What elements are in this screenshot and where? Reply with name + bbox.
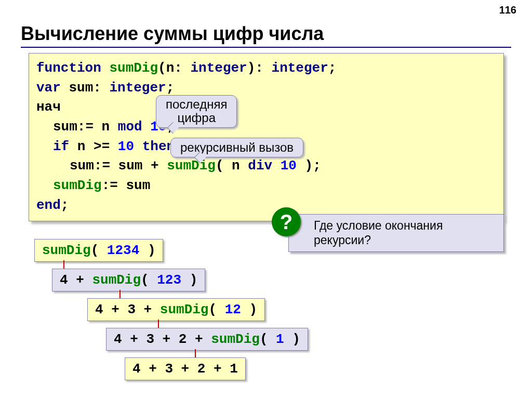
- txt: ;: [61, 197, 69, 213]
- txt: нач: [36, 99, 61, 115]
- txt: sum:= n: [53, 119, 110, 135]
- question-mark: ?: [280, 210, 292, 234]
- txt: sum:: [69, 80, 101, 96]
- txt: ): [249, 302, 258, 317]
- txt: ;: [328, 60, 337, 76]
- question-mark-icon: ?: [272, 207, 301, 236]
- num: 123: [157, 272, 181, 288]
- txt: );: [305, 158, 321, 174]
- step-4: 4 + 3 + 2 + sumDig( 1 ): [106, 328, 308, 351]
- txt: sum:= sum +: [70, 158, 159, 174]
- code-line-7: sumDig:= sum: [36, 176, 496, 196]
- txt: (: [260, 331, 268, 347]
- kw-integer: integer: [272, 60, 328, 76]
- step-1: sumDig( 1234 ): [34, 239, 163, 262]
- txt: ): [148, 243, 156, 258]
- question-text: Где условие окончания: [314, 219, 443, 232]
- step-2: 4 + sumDig( 123 ): [52, 269, 205, 291]
- title-underline: [21, 47, 511, 48]
- kw-function: function: [36, 60, 101, 76]
- kw-div: div: [248, 158, 272, 174]
- code-block: function sumDig(n: integer): integer; va…: [29, 53, 504, 221]
- code-line-8: end;: [36, 196, 496, 216]
- txt: n >=: [77, 139, 110, 154]
- num: 1234: [107, 243, 139, 258]
- code-line-6: sum:= sum + sumDig( n div 10 );: [36, 156, 496, 176]
- txt: 4 + 3 +: [95, 302, 152, 317]
- kw-integer: integer: [190, 60, 247, 76]
- txt: (: [91, 243, 99, 258]
- txt: 4 + 3 + 2 +: [114, 331, 203, 347]
- fn-name: sumDig: [92, 272, 141, 288]
- fn-name: sumDig: [160, 302, 209, 317]
- kw-integer: integer: [109, 80, 166, 96]
- fn-name: sumDig: [109, 60, 158, 76]
- txt: ): [292, 331, 300, 347]
- num: 10: [118, 139, 134, 154]
- fn-name: sumDig: [167, 158, 216, 174]
- callout-last-digit: последняя цифра: [156, 95, 237, 128]
- callout-text: цифра: [177, 111, 216, 125]
- step-5: 4 + 3 + 2 + 1: [125, 357, 246, 380]
- fn-name: sumDig: [53, 178, 102, 193]
- txt: 4 + 3 + 2 + 1: [132, 361, 238, 377]
- page-title: Вычисление суммы цифр числа: [21, 23, 324, 45]
- kw-var: var: [36, 80, 61, 96]
- fn-name: sumDig: [211, 331, 260, 347]
- callout-text: рекурсивный вызов: [180, 140, 294, 154]
- kw-mod: mod: [118, 119, 142, 135]
- kw-end: end: [36, 197, 61, 213]
- num: 12: [225, 302, 241, 317]
- num: 1: [276, 331, 284, 347]
- txt: := sum: [102, 178, 151, 193]
- txt: ): [190, 272, 198, 288]
- code-line-4: sum:= n mod 10;: [36, 117, 496, 137]
- code-line-2: var sum: integer;: [36, 78, 496, 98]
- kw-then: then: [142, 139, 175, 154]
- txt: (n:: [158, 60, 182, 76]
- step-3: 4 + 3 + sumDig( 12 ): [87, 298, 265, 321]
- fn-name: sumDig: [42, 243, 91, 258]
- question-text: рекурсии?: [314, 233, 371, 247]
- txt: ;: [166, 80, 175, 96]
- txt: ( n: [216, 158, 240, 174]
- txt: ):: [247, 60, 263, 76]
- code-line-3: нач: [36, 98, 496, 117]
- code-line-1: function sumDig(n: integer): integer;: [36, 59, 496, 78]
- callout-recursive-call: рекурсивный вызов: [170, 138, 303, 157]
- question-box: Где условие окончания рекурсии?: [288, 214, 504, 252]
- txt: (: [208, 302, 217, 317]
- txt: (: [141, 272, 149, 288]
- txt: 4 +: [60, 272, 84, 288]
- kw-if: if: [53, 139, 69, 154]
- num: 10: [281, 158, 297, 174]
- page-number: 116: [499, 4, 516, 16]
- callout-text: последняя: [166, 97, 227, 111]
